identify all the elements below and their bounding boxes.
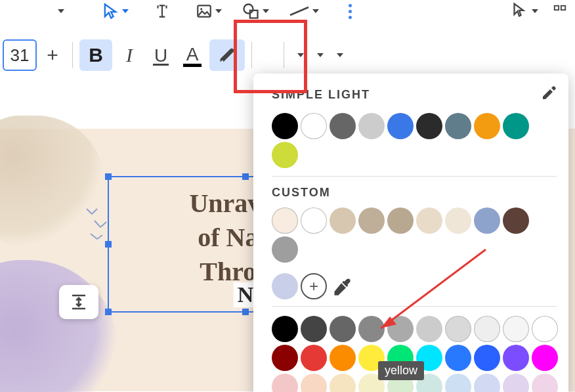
italic-label: I <box>126 44 133 66</box>
select-tool[interactable] <box>97 1 133 21</box>
svg-rect-5 <box>555 6 559 10</box>
standard-color-swatch[interactable] <box>272 374 298 392</box>
theme-color-swatch[interactable] <box>503 113 529 139</box>
standard-color-swatch[interactable] <box>272 345 298 371</box>
standard-color-swatch[interactable] <box>474 374 500 392</box>
standard-color-swatch[interactable] <box>301 374 327 392</box>
underline-button[interactable]: U <box>146 45 175 66</box>
tooltip-text: yellow <box>385 364 417 377</box>
standard-color-swatch[interactable] <box>532 374 558 392</box>
custom-color-swatch[interactable] <box>358 207 385 234</box>
standard-color-swatch[interactable] <box>532 316 558 342</box>
custom-color-swatch[interactable] <box>503 207 529 234</box>
floating-align-button[interactable] <box>59 285 98 319</box>
highlighter-icon <box>218 46 236 64</box>
theme-color-swatch[interactable] <box>358 113 385 139</box>
pointer-hand-icon <box>509 1 529 21</box>
standard-color-swatch[interactable] <box>301 345 327 371</box>
standard-color-swatch[interactable] <box>474 345 500 371</box>
standard-color-swatch[interactable] <box>474 316 500 342</box>
standard-color-swatch[interactable] <box>445 374 471 392</box>
highlight-color-button[interactable] <box>209 39 245 71</box>
bold-label: B <box>89 44 103 66</box>
standard-color-swatch[interactable] <box>445 345 471 371</box>
standard-color-swatch[interactable] <box>387 316 414 342</box>
svg-rect-6 <box>561 6 565 10</box>
standard-color-swatch[interactable] <box>416 316 442 342</box>
line-tool[interactable] <box>285 1 323 21</box>
theme-color-swatch[interactable] <box>474 113 500 139</box>
theme-color-swatch[interactable] <box>301 113 327 139</box>
line-icon <box>289 6 310 16</box>
svg-point-2 <box>244 5 253 14</box>
cursor-icon <box>101 2 119 20</box>
edit-theme-button[interactable] <box>541 85 557 104</box>
image-icon <box>196 3 213 20</box>
align-button[interactable] <box>291 53 308 57</box>
eyedropper-button[interactable] <box>330 274 351 299</box>
theme-color-swatch[interactable] <box>416 113 442 139</box>
insert-image-tool[interactable] <box>192 1 226 21</box>
custom-section-title: CUSTOM <box>272 186 557 200</box>
text-color-button[interactable]: A <box>178 44 207 67</box>
custom-color-swatch[interactable] <box>474 207 500 234</box>
grid-icon <box>553 4 567 18</box>
vertical-dots-icon <box>349 4 352 19</box>
plus-icon: + <box>309 277 318 295</box>
text-box-icon <box>154 3 171 20</box>
standard-color-swatch[interactable] <box>445 316 471 342</box>
theme-color-swatch[interactable] <box>330 113 356 139</box>
more-tools[interactable] <box>340 1 360 21</box>
add-custom-color-button[interactable]: + <box>301 273 327 299</box>
standard-color-swatch[interactable] <box>358 316 385 342</box>
svg-point-1 <box>200 8 202 10</box>
custom-color-swatch[interactable] <box>416 207 442 234</box>
standard-color-swatch[interactable] <box>301 316 327 342</box>
custom-color-row-2: + <box>272 273 557 299</box>
unknown-right-tool[interactable] <box>549 1 571 21</box>
standard-color-swatch[interactable] <box>503 345 529 371</box>
color-picker-panel: SIMPLE LIGHT CUSTOM + <box>253 74 568 392</box>
standard-color-swatch[interactable] <box>272 316 298 342</box>
standard-color-swatch[interactable] <box>503 374 529 392</box>
color-tooltip: yellow <box>378 361 424 380</box>
standard-color-swatch[interactable] <box>532 345 558 371</box>
standard-color-swatch[interactable] <box>503 316 529 342</box>
italic-button[interactable]: I <box>115 44 144 66</box>
eyedropper-icon <box>332 278 351 296</box>
text-box-tool[interactable] <box>150 1 175 21</box>
bullet-list-button[interactable] <box>330 53 347 57</box>
custom-color-swatch[interactable] <box>445 207 471 234</box>
decorative-blob-bottom <box>0 260 118 392</box>
font-size-input[interactable]: 31 <box>3 39 37 71</box>
shape-tool[interactable] <box>238 1 273 21</box>
svg-rect-3 <box>250 11 258 18</box>
theme-color-row <box>272 113 557 168</box>
plus-icon: + <box>47 44 58 66</box>
increase-font-size[interactable]: + <box>39 44 66 66</box>
svg-line-4 <box>290 7 309 15</box>
pencil-icon <box>541 85 557 101</box>
theme-color-swatch[interactable] <box>272 113 298 139</box>
theme-color-swatch[interactable] <box>272 142 298 168</box>
unknown-dropdown-1[interactable] <box>51 1 68 21</box>
custom-color-row-1 <box>272 207 557 263</box>
theme-color-swatch[interactable] <box>445 113 471 139</box>
standard-color-grid <box>272 316 557 392</box>
custom-color-swatch[interactable] <box>330 207 356 234</box>
standard-color-swatch[interactable] <box>330 374 356 392</box>
vertical-align-icon <box>69 292 89 312</box>
theme-color-swatch[interactable] <box>387 113 414 139</box>
custom-color-swatch[interactable] <box>272 273 298 299</box>
svg-rect-0 <box>198 5 211 16</box>
line-spacing-button[interactable] <box>310 53 328 57</box>
standard-color-swatch[interactable] <box>330 345 356 371</box>
pointer-mode[interactable] <box>505 1 542 21</box>
standard-color-swatch[interactable] <box>330 316 356 342</box>
custom-color-swatch[interactable] <box>301 207 327 234</box>
custom-color-swatch[interactable] <box>387 207 414 234</box>
custom-color-swatch[interactable] <box>272 207 298 234</box>
custom-color-swatch[interactable] <box>272 236 298 263</box>
shape-icon <box>242 2 260 20</box>
bold-button[interactable]: B <box>79 39 112 71</box>
